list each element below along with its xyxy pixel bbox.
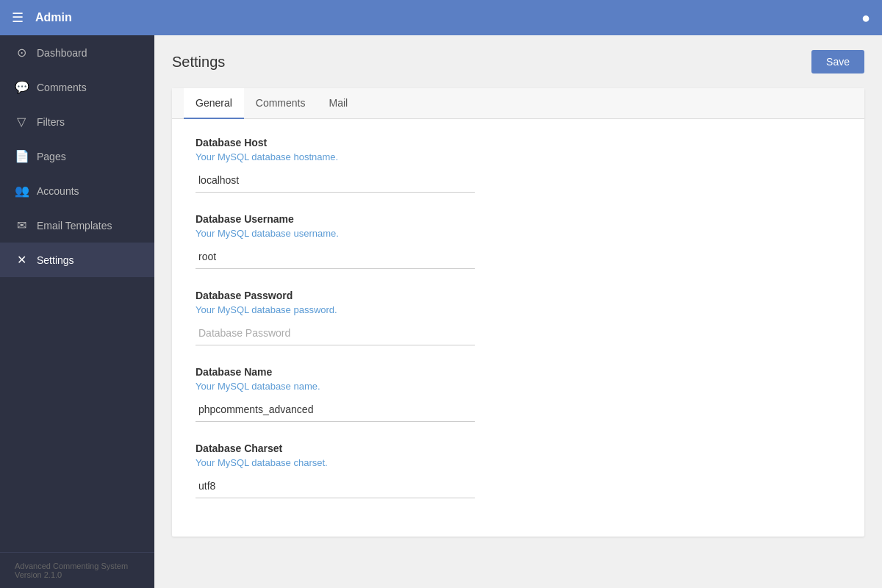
hint-db-name: Your MySQL database name. (196, 381, 841, 392)
pages-icon: 📄 (15, 149, 28, 163)
sidebar: ⊙ Dashboard 💬 Comments ▽ Filters 📄 Pages… (0, 35, 154, 588)
hint-db-host: Your MySQL database hostname. (196, 151, 841, 162)
hint-db-charset: Your MySQL database charset. (196, 457, 841, 468)
email-templates-icon: ✉ (15, 218, 28, 232)
tab-content-general: Database Host Your MySQL database hostna… (172, 119, 864, 537)
label-db-host: Database Host (196, 137, 841, 148)
hint-db-password: Your MySQL database password. (196, 304, 841, 315)
sidebar-label-filters: Filters (37, 116, 65, 128)
tab-comments[interactable]: Comments (244, 88, 318, 119)
main-content: Settings Save General Comments Mail Data… (154, 35, 882, 588)
field-db-host: Database Host Your MySQL database hostna… (196, 137, 841, 193)
user-icon[interactable]: ● (861, 10, 870, 26)
page-title: Settings (172, 54, 225, 71)
sidebar-item-email-templates[interactable]: ✉ Email Templates (0, 208, 154, 243)
sidebar-item-filters[interactable]: ▽ Filters (0, 104, 154, 139)
label-db-username: Database Username (196, 213, 841, 225)
dashboard-icon: ⊙ (15, 46, 28, 60)
input-db-host[interactable] (196, 168, 475, 193)
hamburger-icon[interactable]: ☰ (12, 10, 24, 26)
tabs-bar: General Comments Mail (172, 88, 864, 119)
topbar-title: Admin (35, 11, 72, 24)
sidebar-item-settings[interactable]: ✕ Settings (0, 243, 154, 277)
accounts-icon: 👥 (15, 184, 28, 198)
filters-icon: ▽ (15, 115, 28, 129)
tab-general[interactable]: General (184, 88, 244, 119)
field-db-password: Database Password Your MySQL database pa… (196, 290, 841, 345)
sidebar-label-dashboard: Dashboard (37, 47, 87, 59)
topbar: ☰ Admin ● (0, 0, 882, 35)
tab-mail[interactable]: Mail (318, 88, 360, 119)
settings-card: General Comments Mail Database Host Your… (172, 88, 864, 537)
footer-line2: Version 2.1.0 (15, 570, 140, 579)
sidebar-label-pages: Pages (37, 151, 66, 162)
sidebar-label-email-templates: Email Templates (37, 220, 112, 232)
label-db-password: Database Password (196, 290, 841, 301)
comments-icon: 💬 (15, 80, 28, 94)
sidebar-item-pages[interactable]: 📄 Pages (0, 139, 154, 173)
input-db-charset[interactable] (196, 474, 475, 498)
label-db-name: Database Name (196, 366, 841, 378)
label-db-charset: Database Charset (196, 442, 841, 454)
hint-db-username: Your MySQL database username. (196, 228, 841, 239)
input-db-username[interactable] (196, 245, 475, 269)
sidebar-label-settings: Settings (37, 254, 74, 266)
sidebar-item-accounts[interactable]: 👥 Accounts (0, 173, 154, 208)
sidebar-footer: Advanced Commenting System Version 2.1.0 (0, 552, 154, 588)
field-db-username: Database Username Your MySQL database us… (196, 213, 841, 269)
page-header: Settings Save (154, 35, 882, 88)
field-db-charset: Database Charset Your MySQL database cha… (196, 442, 841, 498)
footer-line1: Advanced Commenting System (15, 562, 140, 570)
field-db-name: Database Name Your MySQL database name. (196, 366, 841, 422)
input-db-name[interactable] (196, 398, 475, 422)
sidebar-item-dashboard[interactable]: ⊙ Dashboard (0, 35, 154, 70)
sidebar-label-comments: Comments (37, 82, 87, 93)
sidebar-nav: ⊙ Dashboard 💬 Comments ▽ Filters 📄 Pages… (0, 35, 154, 552)
sidebar-label-accounts: Accounts (37, 185, 79, 197)
input-db-password[interactable] (196, 321, 475, 345)
sidebar-item-comments[interactable]: 💬 Comments (0, 70, 154, 104)
settings-icon: ✕ (15, 253, 28, 267)
save-button[interactable]: Save (811, 50, 864, 74)
